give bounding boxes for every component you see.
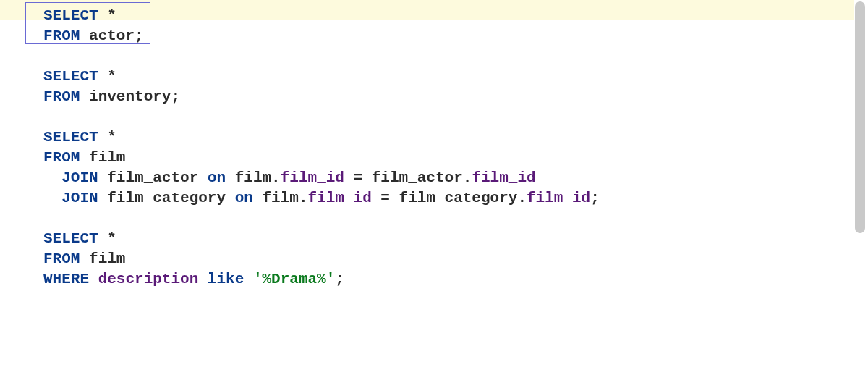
token-punc: ; [135, 28, 144, 44]
token-id: film_category [98, 190, 235, 206]
token-punc: . [271, 169, 281, 186]
token-col: film_id [308, 190, 372, 206]
token-id: = film_category [372, 190, 518, 206]
token-punc: . [299, 190, 308, 206]
token-id [43, 169, 61, 186]
token-kw: FROM [43, 251, 80, 267]
token-id: inventory [80, 88, 171, 105]
token-kw: JOIN [61, 190, 98, 206]
token-punc: ; [590, 190, 600, 206]
token-op: * [98, 68, 116, 85]
token-punc: . [463, 169, 472, 186]
token-str: '%Drama%' [253, 271, 335, 287]
code-line[interactable] [43, 46, 868, 67]
token-id: film [80, 251, 125, 267]
token-op: * [98, 230, 116, 247]
token-id [43, 190, 61, 206]
token-col: film_id [281, 169, 344, 186]
code-line[interactable]: SELECT * [43, 6, 868, 26]
token-id [244, 271, 253, 287]
code-line[interactable]: SELECT * [43, 229, 868, 249]
code-line[interactable]: WHERE description like '%Drama%'; [43, 269, 868, 290]
code-line[interactable]: SELECT * [43, 127, 868, 148]
token-id: film_actor [98, 169, 208, 186]
code-line[interactable]: JOIN film_actor on film.film_id = film_a… [43, 168, 868, 188]
token-id: = film_actor [344, 169, 463, 186]
token-kw: FROM [43, 28, 80, 44]
token-kw: SELECT [43, 129, 98, 146]
code-line[interactable] [43, 107, 868, 127]
code-line[interactable]: FROM film [43, 148, 868, 168]
token-kw: like [208, 271, 244, 287]
code-line[interactable]: FROM actor; [43, 26, 868, 46]
token-col: description [98, 271, 199, 287]
token-kw: SELECT [43, 230, 98, 247]
token-punc: ; [335, 271, 344, 287]
code-area[interactable]: SELECT *FROM actor; SELECT *FROM invento… [43, 6, 868, 290]
code-line[interactable]: JOIN film_category on film.film_id = fil… [43, 188, 868, 209]
token-punc: ; [171, 88, 180, 105]
token-punc: . [517, 190, 527, 206]
token-op: * [98, 129, 116, 146]
token-id: film [80, 149, 125, 166]
token-kw: SELECT [43, 68, 98, 85]
token-kw: SELECT [43, 7, 98, 24]
gutter [0, 0, 43, 391]
token-id [89, 271, 98, 287]
token-col: film_id [527, 190, 590, 206]
token-id: film [226, 169, 271, 186]
token-kw: JOIN [61, 169, 98, 186]
token-id: film [253, 190, 299, 206]
token-kw: on [235, 190, 253, 206]
token-id: actor [80, 28, 135, 44]
code-line[interactable] [43, 209, 868, 229]
sql-editor[interactable]: SELECT *FROM actor; SELECT *FROM invento… [0, 0, 854, 391]
token-kw: FROM [43, 88, 80, 105]
token-op: * [98, 7, 116, 24]
token-kw: on [208, 169, 226, 186]
token-kw: FROM [43, 149, 80, 166]
code-line[interactable]: FROM film [43, 249, 868, 269]
token-kw: WHERE [43, 271, 89, 287]
token-col: film_id [472, 169, 535, 186]
code-line[interactable]: FROM inventory; [43, 87, 868, 107]
code-line[interactable]: SELECT * [43, 67, 868, 87]
token-id [198, 271, 208, 287]
